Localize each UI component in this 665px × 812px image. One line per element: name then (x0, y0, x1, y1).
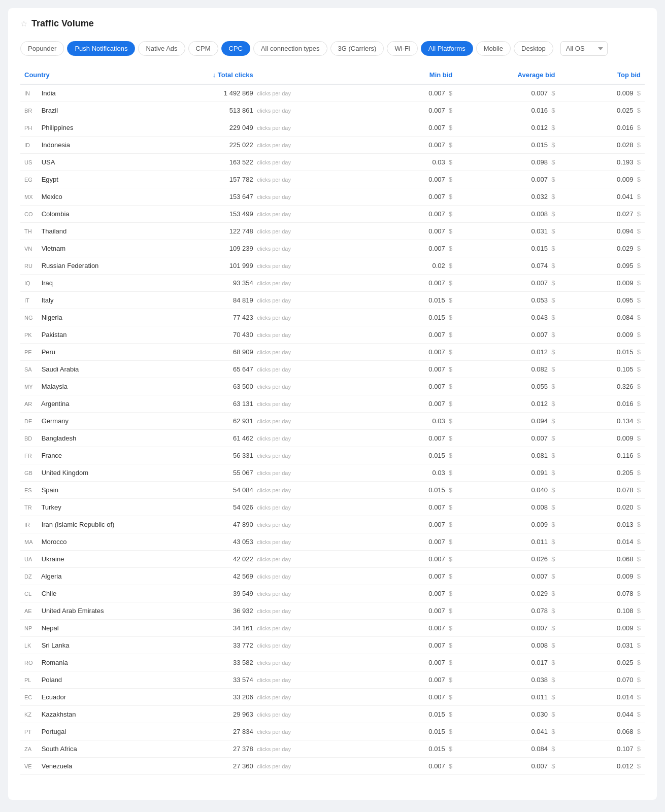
table-row: SA Saudi Arabia 65 647 clicks per day 0.… (20, 361, 645, 378)
table-row: NG Nigeria 77 423 clicks per day 0.015 $… (20, 309, 645, 326)
top-bid-cell: 0.095 $ (559, 292, 645, 309)
country-name: Argentina (41, 400, 70, 408)
traffic-table-container: Country ↓ Total clicks Min bid Average b… (20, 66, 645, 775)
table-row: IN India 1 492 869 clicks per day 0.007 … (20, 84, 645, 102)
country-cell: MA Morocco (20, 533, 209, 551)
country-name: United Kingdom (42, 469, 89, 477)
filter-all-connection[interactable]: All connection types (253, 41, 327, 56)
filter-push-notifications[interactable]: Push Notifications (67, 41, 135, 56)
filter-mobile[interactable]: Mobile (476, 41, 511, 56)
country-name: Malaysia (42, 383, 68, 390)
clicks-label: clicks per day (257, 539, 291, 545)
clicks-number: 225 022 (213, 141, 253, 149)
table-row: IQ Iraq 93 354 clicks per day 0.007 $ 0.… (20, 275, 645, 292)
min-bid-cell: 0.007 $ (380, 240, 457, 257)
country-name: Ukraine (42, 555, 64, 563)
clicks-label: clicks per day (257, 159, 291, 165)
clicks-number: 153 647 (213, 193, 253, 200)
avg-bid-cell: 0.015 $ (456, 137, 559, 154)
filter-desktop[interactable]: Desktop (514, 41, 553, 56)
min-bid-cell: 0.007 $ (380, 602, 457, 620)
total-clicks-cell: 157 782 clicks per day (209, 171, 380, 188)
clicks-label: clicks per day (257, 694, 291, 700)
header-min-bid[interactable]: Min bid (380, 66, 457, 84)
filter-3g[interactable]: 3G (Carriers) (330, 41, 384, 56)
clicks-label: clicks per day (257, 211, 291, 217)
country-name: Vietnam (42, 245, 65, 252)
clicks-number: 54 084 (213, 486, 253, 494)
filter-native-ads[interactable]: Native Ads (138, 41, 185, 56)
clicks-label: clicks per day (257, 470, 291, 476)
avg-bid-cell: 0.008 $ (456, 637, 559, 654)
country-code: ES (24, 487, 40, 493)
avg-bid-cell: 0.031 $ (456, 223, 559, 240)
clicks-label: clicks per day (257, 763, 291, 769)
country-code: MY (24, 384, 40, 390)
country-cell: LK Sri Lanka (20, 637, 209, 654)
total-clicks-cell: 513 861 clicks per day (209, 102, 380, 119)
top-bid-cell: 0.031 $ (559, 637, 645, 654)
clicks-number: 63 131 (213, 400, 253, 408)
country-code: IR (24, 522, 40, 528)
min-bid-cell: 0.007 $ (380, 119, 457, 137)
avg-bid-cell: 0.007 $ (456, 620, 559, 637)
total-clicks-cell: 153 499 clicks per day (209, 206, 380, 223)
top-bid-cell: 0.014 $ (559, 533, 645, 551)
min-bid-cell: 0.007 $ (380, 171, 457, 188)
country-name: Brazil (42, 107, 58, 114)
avg-bid-cell: 0.012 $ (456, 344, 559, 361)
country-cell: PE Peru (20, 344, 209, 361)
country-code: BR (24, 108, 40, 114)
country-cell: IR Iran (Islamic Republic of) (20, 516, 209, 533)
min-bid-cell: 0.007 $ (380, 568, 457, 585)
clicks-number: 157 782 (213, 176, 253, 183)
min-bid-cell: 0.007 $ (380, 275, 457, 292)
country-name: Bangladesh (42, 434, 77, 442)
total-clicks-cell: 33 772 clicks per day (209, 637, 380, 654)
country-name: Venezuela (42, 762, 73, 770)
header-average-bid[interactable]: Average bid (456, 66, 559, 84)
country-code: IN (24, 90, 40, 96)
os-select[interactable]: All OS Android iOS Windows macOS Linux (560, 41, 608, 56)
clicks-number: 56 331 (213, 452, 253, 459)
avg-bid-cell: 0.016 $ (456, 102, 559, 119)
avg-bid-cell: 0.007 $ (456, 326, 559, 344)
avg-bid-cell: 0.011 $ (456, 533, 559, 551)
header-country[interactable]: Country (20, 66, 209, 84)
country-code: AE (24, 608, 40, 614)
clicks-number: 163 522 (213, 158, 253, 166)
filter-popunder[interactable]: Popunder (20, 41, 64, 56)
table-row: BR Brazil 513 861 clicks per day 0.007 $… (20, 102, 645, 119)
country-name: Algeria (41, 572, 61, 580)
top-bid-cell: 0.205 $ (559, 464, 645, 482)
clicks-number: 68 909 (213, 348, 253, 356)
filter-cpc[interactable]: CPC (221, 41, 250, 56)
clicks-number: 54 026 (213, 503, 253, 511)
filter-cpm[interactable]: CPM (188, 41, 218, 56)
filter-wifi[interactable]: Wi-Fi (387, 41, 417, 56)
clicks-number: 1 492 869 (213, 89, 253, 97)
total-clicks-cell: 109 239 clicks per day (209, 240, 380, 257)
country-name: Mexico (42, 193, 62, 200)
table-header-row: Country ↓ Total clicks Min bid Average b… (20, 66, 645, 84)
country-cell: MX Mexico (20, 188, 209, 206)
country-code: ID (24, 142, 40, 148)
total-clicks-cell: 163 522 clicks per day (209, 154, 380, 171)
total-clicks-cell: 62 931 clicks per day (209, 413, 380, 430)
avg-bid-cell: 0.032 $ (456, 188, 559, 206)
total-clicks-cell: 29 963 clicks per day (209, 706, 380, 723)
country-code: VN (24, 246, 40, 252)
country-name: United Arab Emirates (42, 607, 104, 615)
clicks-number: 47 890 (213, 521, 253, 528)
country-code: VE (24, 763, 40, 769)
header-total-clicks[interactable]: ↓ Total clicks (209, 66, 380, 84)
avg-bid-cell: 0.007 $ (456, 568, 559, 585)
country-code: PL (24, 677, 40, 683)
total-clicks-cell: 42 022 clicks per day (209, 551, 380, 568)
star-icon[interactable]: ☆ (20, 19, 27, 28)
header-top-bid[interactable]: Top bid (559, 66, 645, 84)
clicks-number: 42 569 (213, 572, 253, 580)
filter-all-platforms[interactable]: All Platforms (421, 41, 473, 56)
country-code: BD (24, 435, 40, 442)
country-cell: ZA South Africa (20, 740, 209, 758)
